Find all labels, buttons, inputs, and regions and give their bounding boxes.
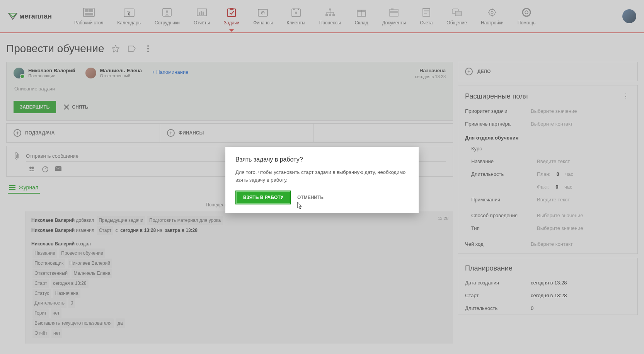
take-to-work-button[interactable]: ВЗЯТЬ В РАБОТУ [235,191,291,204]
cancel-button[interactable]: ОТМЕНИТЬ [297,195,324,200]
modal-text: Для того, чтобы установить старт задачи … [235,168,409,184]
confirm-modal: Взять задачу в работу? Для того, чтобы у… [225,147,419,213]
modal-title: Взять задачу в работу? [235,156,409,163]
